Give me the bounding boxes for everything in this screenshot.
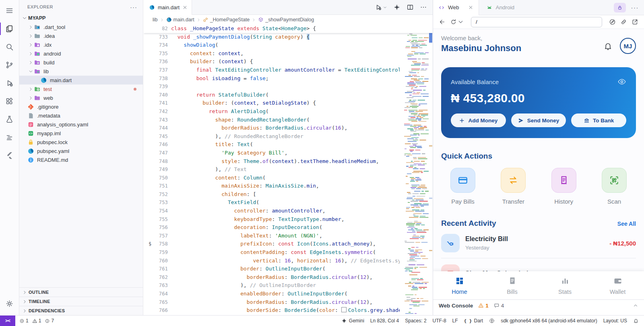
- activity-item-menu[interactable]: [0, 2, 19, 20]
- minimap[interactable]: [402, 25, 429, 315]
- add-money-button[interactable]: Add Money: [451, 113, 506, 127]
- problem-info-circle[interactable]: 7: [45, 318, 54, 324]
- activity-item-run-debug[interactable]: [0, 74, 19, 92]
- file-tree-item-web[interactable]: web: [19, 93, 143, 102]
- quick-action-transfer[interactable]: Transfer: [494, 168, 533, 205]
- url-input[interactable]: [471, 17, 602, 27]
- problem-error-circle[interactable]: 1: [19, 318, 29, 324]
- eye-icon[interactable]: [617, 77, 626, 86]
- file-tree-item-android[interactable]: android: [19, 49, 143, 58]
- sidebar-section-dependencies[interactable]: DEPENDENCIES: [19, 306, 143, 315]
- gemini-status[interactable]: Gemini: [341, 318, 364, 324]
- activity-item-source-control[interactable]: [0, 56, 19, 74]
- chevron-right-icon[interactable]: [27, 42, 34, 47]
- quick-action-pay-bills[interactable]: Pay Bills: [444, 168, 482, 205]
- activity-item-gear[interactable]: [0, 295, 19, 313]
- file-tree-item-lib[interactable]: lib: [19, 67, 143, 76]
- preview-tab-android[interactable]: Android: [479, 0, 522, 15]
- sidebar-section-outline[interactable]: OUTLINE: [19, 287, 143, 297]
- pen-icon[interactable]: [609, 19, 616, 25]
- problem-warning-triangle[interactable]: 1: [32, 318, 41, 324]
- file-tree-item-.gitignore[interactable]: .gitignore: [19, 102, 143, 111]
- sidebar-section-timeline[interactable]: TIMELINE: [19, 297, 143, 306]
- tab-main-dart[interactable]: main.dart: [144, 0, 192, 15]
- chevron-right-icon[interactable]: [27, 95, 34, 101]
- nav-item-wallet[interactable]: Wallet: [591, 271, 644, 299]
- preview-tab-bar: WebAndroid···: [433, 0, 644, 15]
- refresh-button[interactable]: [450, 19, 464, 25]
- file-tree-item-.idea[interactable]: .idea: [19, 31, 143, 40]
- activity-item-beaker[interactable]: [0, 110, 19, 128]
- transfer-arrows-icon: [501, 168, 526, 193]
- line-number: 736: [144, 58, 168, 66]
- notifications-bell-icon[interactable]: [603, 41, 613, 51]
- run-and-debug-button[interactable]: [375, 4, 387, 11]
- editor-more-button[interactable]: [420, 4, 427, 11]
- quick-action-history[interactable]: History: [545, 168, 583, 205]
- accessibility-status[interactable]: [489, 318, 495, 324]
- nav-item-home[interactable]: Home: [433, 271, 486, 299]
- breadcrumb-item-_HomePageState[interactable]: _HomePageState: [203, 17, 250, 23]
- file-tree-item-build[interactable]: build: [19, 58, 143, 67]
- editor-code-area[interactable]: 733 void _showPaymentDialog(String categ…: [144, 25, 433, 315]
- file-tree-item-pubspec.lock[interactable]: pubspec.lock: [19, 138, 143, 146]
- file-tree-item-analysis_options.yaml[interactable]: analysis_options.yaml: [19, 120, 143, 129]
- language-mode[interactable]: { }Dart: [464, 318, 483, 324]
- chevron-right-icon[interactable]: [27, 51, 34, 56]
- encoding[interactable]: UTF-8: [433, 318, 446, 324]
- file-tree-item-main.dart[interactable]: main.dart: [19, 76, 143, 85]
- file-tree-item-pubspec.yaml[interactable]: pubspec.yaml: [19, 146, 143, 155]
- close-tab-icon[interactable]: [182, 5, 188, 10]
- chevron-right-icon[interactable]: [27, 60, 34, 65]
- file-tree-item-.dart_tool[interactable]: .dart_tool: [19, 23, 143, 31]
- keyboard-layout[interactable]: Layout: US: [603, 318, 627, 324]
- cursor-position[interactable]: Ln 828, Col 4: [370, 318, 399, 324]
- chevron-up-icon[interactable]: [633, 303, 638, 308]
- breadcrumb-item-lib[interactable]: lib: [153, 17, 158, 23]
- send-money-button[interactable]: Send Money: [511, 113, 566, 127]
- indentation[interactable]: Spaces: 2: [405, 318, 426, 324]
- file-tree-item-README.md[interactable]: README.md: [19, 155, 143, 164]
- activity-item-explorer-files[interactable]: [0, 20, 19, 38]
- activity-item-extensions[interactable]: [0, 92, 19, 110]
- activity-item-flutter[interactable]: [0, 146, 19, 165]
- link-icon[interactable]: [620, 19, 627, 25]
- notifications-bell[interactable]: [633, 318, 639, 324]
- split-editor-button[interactable]: [407, 4, 414, 11]
- chevron-down-icon[interactable]: [27, 69, 34, 74]
- nav-item-bills[interactable]: Bills: [486, 271, 539, 299]
- file-label: android: [43, 51, 61, 57]
- breadcrumb-item-_showPaymentDialog[interactable]: _showPaymentDialog: [258, 17, 314, 23]
- device-selector[interactable]: sdk gphone64 x86 64 (android-x64 emulato…: [501, 318, 597, 324]
- breadcrumb-item-main.dart[interactable]: main.dart: [166, 17, 194, 23]
- to-bank-button[interactable]: To Bank: [571, 113, 626, 127]
- avatar[interactable]: MJ: [620, 38, 636, 54]
- activity-row-electricity-bill[interactable]: Electricity BillYesterday- ₦12,500: [441, 234, 636, 252]
- quick-action-scan[interactable]: Scan: [595, 168, 634, 205]
- remote-indicator[interactable]: ><: [0, 316, 15, 326]
- panel-more-button[interactable]: ···: [631, 4, 639, 11]
- eol[interactable]: LF: [452, 318, 458, 324]
- code-line: 764 enabledBorder: OutlineInputBorder(: [144, 290, 433, 298]
- file-tree-item-.idx[interactable]: .idx: [19, 40, 143, 49]
- activity-item-search[interactable]: [0, 38, 19, 56]
- file-tree-item-test[interactable]: test: [19, 85, 143, 93]
- chevron-right-icon[interactable]: [27, 33, 34, 39]
- back-icon[interactable]: [439, 19, 446, 25]
- web-console-bar[interactable]: Web Console 1 4: [433, 299, 644, 311]
- file-tree-item-.metadata[interactable]: .metadata: [19, 111, 143, 120]
- file-tree-item-myapp.iml[interactable]: myapp.iml: [19, 129, 143, 138]
- nav-item-stats[interactable]: Stats: [539, 271, 591, 299]
- open-external-icon[interactable]: [632, 19, 638, 25]
- close-icon[interactable]: [468, 5, 473, 10]
- see-all-link[interactable]: See All: [617, 221, 636, 227]
- gemini-button[interactable]: [393, 4, 400, 11]
- preview-tab-web[interactable]: Web: [433, 0, 479, 15]
- explorer-more-button[interactable]: ···: [130, 4, 137, 10]
- activity-item-output-list[interactable]: [0, 128, 19, 146]
- problems-summary[interactable]: 117: [19, 318, 54, 324]
- file-tree-root[interactable]: MYAPP: [19, 14, 143, 23]
- chevron-right-icon[interactable]: [27, 25, 34, 30]
- lock-button[interactable]: [614, 3, 626, 12]
- chevron-right-icon[interactable]: [27, 87, 34, 92]
